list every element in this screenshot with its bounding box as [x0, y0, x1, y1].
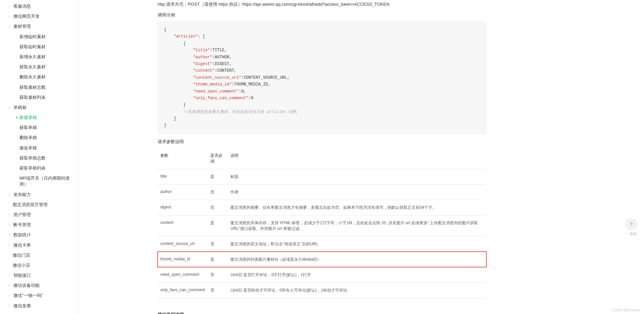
dot-icon [16, 66, 17, 68]
param-desc: Uint32 是否粉丝才可评论，0所有人可评论(默认)，1粉丝才可评论 [228, 282, 486, 298]
sidebar-leaf-2-4[interactable]: 删除永久素材 [0, 72, 77, 82]
param-required: 是 [208, 252, 228, 267]
dot-icon [16, 46, 17, 48]
sidebar-item-14[interactable]: 微信"一物一码" [0, 291, 77, 301]
chevron-icon [7, 213, 11, 217]
chevron-icon [7, 4, 11, 8]
param-desc: 标题 [228, 169, 486, 184]
http-request-line: http 请求方式：POST（请使用 https 协议）https://api.… [158, 1, 486, 7]
sidebar-item-label: 数据统计 [13, 232, 31, 238]
feedback-button[interactable]: ? [625, 218, 637, 230]
sidebar-item-label: 帐号管理 [13, 222, 31, 228]
param-name: title [158, 169, 208, 184]
sidebar-leaf-label: 删除草稿 [19, 135, 37, 141]
chevron-icon [7, 24, 11, 28]
sidebar-item-label: 微信"一物一码" [13, 293, 43, 299]
dot-icon [16, 158, 17, 159]
sidebar-leaf-label: 获取草稿列表 [19, 165, 46, 171]
param-required: 否 [208, 282, 228, 298]
sidebar-item-label: 客服消息 [13, 3, 31, 9]
sidebar-leaf-3-1[interactable]: 获取草稿 [0, 123, 77, 133]
chevron-icon [7, 304, 11, 308]
table-header: 说明 [228, 148, 486, 169]
watermark: CSDN @Mcband [611, 308, 640, 312]
sidebar-leaf-2-0[interactable]: 新增临时素材 [0, 32, 77, 42]
sidebar-leaf-label: 修改草稿 [19, 145, 37, 151]
sidebar-item-10[interactable]: 微信门店 [0, 250, 77, 260]
dot-icon [16, 147, 17, 149]
code-block: { "articles": [ { "title":TITLE, "author… [158, 21, 486, 134]
sidebar-leaf-3-4[interactable]: 获取草稿总数 [0, 153, 77, 163]
sidebar-leaf-label: 获取草稿总数 [19, 155, 46, 161]
sidebar-leaf-label: 新增永久素材 [19, 54, 46, 60]
param-name: content [158, 215, 208, 236]
sidebar-leaf-3-3[interactable]: 修改草稿 [0, 143, 77, 153]
sidebar-item-label: 智能接口 [13, 272, 31, 278]
chevron-icon [7, 223, 11, 227]
param-desc: 图文消息的原文地址，即点击"阅读原文"后的URL [228, 236, 486, 252]
sidebar-leaf-2-3[interactable]: 获取永久素材 [0, 62, 77, 72]
chevron-icon [7, 273, 11, 277]
param-name: need_open_comment [158, 267, 208, 282]
sidebar-leaf-label: 获取草稿 [19, 125, 37, 131]
dot-icon [16, 87, 17, 88]
params-table: 参数是否必须说明 title是标题author否作者digest否图文消息的摘要… [158, 148, 486, 298]
param-desc: Uint32 是否打开评论，0不打开(默认)，1打开 [228, 267, 486, 282]
sidebar-item-5[interactable]: 图文消息留言管理 [0, 200, 77, 210]
sidebar-item-13[interactable]: 微信设备功能 [0, 280, 77, 291]
sidebar-leaf-label: 删除永久素材 [19, 74, 46, 80]
chevron-icon [7, 284, 11, 288]
sidebar-leaf-3-2[interactable]: 删除草稿 [0, 133, 77, 143]
sidebar-leaf-3-6[interactable]: MP端开关（仅内测期间使用） [0, 173, 77, 189]
sidebar: 客服消息微信网页开发素材管理新增临时素材获取临时素材新增永久素材获取永久素材删除… [0, 0, 77, 314]
sidebar-item-2[interactable]: 素材管理 [0, 21, 77, 32]
param-required: 否 [208, 184, 228, 200]
question-icon: ? [630, 222, 633, 227]
sidebar-item-7[interactable]: 帐号管理 [0, 220, 77, 230]
feedback-label: 反馈 [630, 232, 637, 236]
sidebar-item-11[interactable]: 微信小店 [0, 260, 77, 270]
table-row: thumb_media_id是图文消息的封面图片素材id（必须是永久MediaI… [158, 252, 486, 267]
sidebar-leaf-label: 获取素材列表 [19, 95, 46, 101]
sidebar-item-8[interactable]: 数据统计 [0, 230, 77, 240]
sidebar-leaf-2-1[interactable]: 获取临时素材 [0, 42, 77, 52]
dot-icon [16, 181, 17, 182]
sidebar-leaf-label: 获取素材总数 [19, 84, 46, 90]
sidebar-item-15[interactable]: 微信发票 [0, 301, 77, 311]
param-name: content_source_url [158, 236, 208, 252]
table-row: author否作者 [158, 184, 486, 200]
sidebar-leaf-2-2[interactable]: 新增永久素材 [0, 52, 77, 62]
chevron-icon [7, 294, 11, 298]
sidebar-item-label: 用户管理 [13, 212, 31, 218]
table-header: 参数 [158, 148, 208, 169]
sidebar-leaf-3-5[interactable]: 获取草稿列表 [0, 163, 77, 173]
sidebar-item-label: 微信卡券 [13, 242, 31, 248]
sidebar-leaf-label: 获取临时素材 [19, 44, 46, 50]
sidebar-item-label: 素材管理 [13, 23, 31, 29]
table-row: title是标题 [158, 169, 486, 184]
param-required: 否 [208, 267, 228, 282]
sidebar-item-6[interactable]: 用户管理 [0, 210, 77, 220]
sidebar-item-9[interactable]: 微信卡券 [0, 240, 77, 250]
sidebar-leaf-2-6[interactable]: 获取素材列表 [0, 92, 77, 103]
sidebar-item-1[interactable]: 微信网页开发 [0, 11, 77, 21]
sidebar-item-12[interactable]: 智能接口 [0, 270, 77, 280]
chevron-icon [7, 233, 11, 237]
dot-icon [16, 127, 17, 128]
table-row: need_open_comment否Uint32 是否打开评论，0不打开(默认)… [158, 267, 486, 282]
table-row: digest否图文消息的摘要，仅有单图文消息才有摘要，多图文此处为空。如果本字段… [158, 200, 486, 215]
sidebar-leaf-2-5[interactable]: 获取素材总数 [0, 82, 77, 92]
table-row: content_source_url否图文消息的原文地址，即点击"阅读原文"后的… [158, 236, 486, 252]
sidebar-item-4[interactable]: 发布能力 [0, 190, 77, 200]
sidebar-item-label: 微信设备功能 [13, 282, 40, 289]
table-header: 是否必须 [208, 148, 228, 169]
chevron-icon [7, 106, 11, 110]
chevron-icon [7, 243, 11, 247]
sidebar-item-0[interactable]: 客服消息 [0, 1, 77, 11]
sidebar-item-3[interactable]: 草稿箱 [0, 103, 77, 113]
sidebar-leaf-3-0[interactable]: 新建草稿 [0, 113, 77, 123]
sidebar-item-label: 微信发票 [13, 303, 31, 309]
table-row: content是图文消息的具体内容，支持 HTML 标签，必须少于2万字符，小于… [158, 215, 486, 236]
sidebar-item-label: 发布能力 [13, 192, 31, 198]
sidebar-item-label: 微信网页开发 [13, 13, 40, 19]
